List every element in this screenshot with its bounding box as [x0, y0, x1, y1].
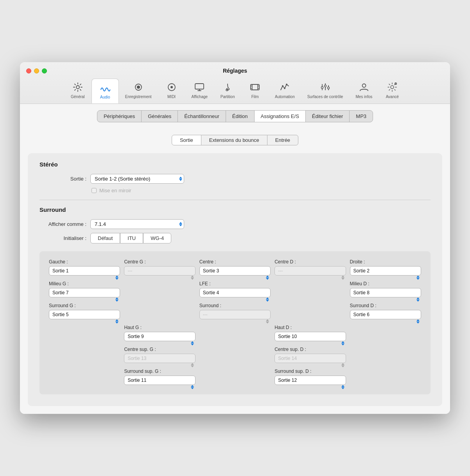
toolbar-item-surfaces[interactable]: Surfaces de contrôle — [301, 79, 350, 104]
surround-arrows — [266, 319, 269, 324]
channel-grid-row2: Milieu G : Sortie 7 — [49, 281, 421, 297]
svg-point-24 — [391, 86, 394, 89]
minimize-button[interactable] — [34, 68, 39, 73]
surround-label: Surround : — [199, 303, 271, 308]
channel-droite: Droite : Sortie 2 — [350, 259, 421, 276]
lfe-select-wrapper: Sortie 4 — [199, 288, 271, 297]
subtab-extensions[interactable]: Extensions du bounce — [201, 135, 267, 145]
surround-g-select[interactable]: Sortie 5 — [49, 310, 120, 319]
channel-centre-sup-g: Centre sup. G : Sortie 13 — [124, 347, 195, 363]
milieu-d-select[interactable]: Sortie 8 — [350, 288, 421, 297]
miroir-checkbox[interactable] — [91, 188, 97, 193]
channel-surround-g: Surround G : Sortie 5 — [49, 303, 120, 319]
channel-grid-row3: Surround G : Sortie 5 — [49, 303, 421, 319]
tab-generales[interactable]: Générales — [142, 111, 178, 122]
channel-milieu-d: Milieu D : Sortie 8 — [350, 281, 421, 297]
channel-grid-row6: Surround sup. G : Sortie 11 — [49, 369, 421, 385]
surround-d-select[interactable]: Sortie 6 — [350, 310, 421, 319]
btn-defaut[interactable]: Défaut — [90, 233, 120, 243]
droite-select[interactable]: Sortie 2 — [350, 266, 421, 276]
toolbar-label-film: Film — [251, 95, 259, 99]
subtab-entree[interactable]: Entrée — [267, 135, 298, 145]
automation-icon — [279, 82, 290, 93]
surround-title: Surround — [39, 206, 431, 213]
centre-d-select[interactable]: --- — [274, 266, 346, 276]
close-button[interactable] — [26, 68, 31, 73]
haut-d-arrows — [341, 341, 344, 345]
audio-icon — [100, 82, 111, 93]
tab-editeur[interactable]: Éditeur fichier — [306, 111, 350, 122]
channel-gauche: Gauche : Sortie 1 — [49, 259, 120, 276]
tab-echantillonneur[interactable]: Échantillonneur — [178, 111, 226, 122]
centre-d-label: Centre D : — [274, 259, 346, 265]
channel-surround: Surround : --- — [199, 303, 271, 319]
afficher-select[interactable]: 7.1.4 — [90, 219, 184, 229]
tab-edition[interactable]: Édition — [226, 111, 255, 122]
svg-point-20 — [321, 87, 323, 89]
gauche-select[interactable]: Sortie 1 — [49, 266, 120, 276]
centre-sup-d-arrows — [341, 363, 344, 367]
centre-g-select-wrapper: --- — [124, 266, 195, 276]
surround-select[interactable]: --- — [199, 310, 271, 319]
lfe-label: LFE : — [199, 281, 271, 286]
toolbar-item-midi[interactable]: MIDI — [158, 79, 185, 104]
centre-sup-g-label: Centre sup. G : — [124, 347, 195, 352]
toolbar-item-affichage[interactable]: Affichage — [185, 79, 214, 104]
surround-sup-d-select[interactable]: Sortie 12 — [274, 376, 346, 385]
haut-g-select[interactable]: Sortie 9 — [124, 332, 195, 341]
surround-d-select-wrapper: Sortie 6 — [350, 310, 421, 319]
centre-sup-g-select-wrapper: Sortie 13 — [124, 354, 195, 363]
channel-centre-g: Centre G : --- — [124, 259, 195, 276]
haut-d-select[interactable]: Sortie 10 — [274, 332, 346, 341]
toolbar-label-partition: Partition — [221, 95, 235, 99]
surround-sup-d-label: Surround sup. D : — [274, 369, 346, 374]
toolbar-item-enregistrement[interactable]: Enregistrement — [119, 79, 158, 104]
surround-sup-d-select-wrapper: Sortie 12 — [274, 376, 346, 385]
stereo-section: Stéréo Sortie : Sortie 1-2 (Sortie stéré… — [39, 161, 431, 193]
channel-haut-d: Haut D : Sortie 10 — [274, 325, 346, 341]
toolbar-item-partition[interactable]: Partition — [214, 79, 241, 104]
gear-icon — [72, 82, 83, 93]
toolbar-item-avance[interactable]: Avancé — [379, 79, 406, 104]
empty-col-13 — [350, 369, 421, 385]
channel-centre-sup-d: Centre sup. D : Sortie 14 — [274, 347, 346, 363]
lfe-select[interactable]: Sortie 4 — [199, 288, 271, 297]
sortie-select[interactable]: Sortie 1-2 (Sortie stéréo) — [90, 174, 184, 184]
svg-point-0 — [76, 86, 79, 89]
centre-g-label: Centre G : — [124, 259, 195, 265]
centre-sup-d-select-wrapper: Sortie 14 — [274, 354, 346, 363]
tab-assignations[interactable]: Assignations E/S — [255, 111, 306, 122]
surround-sup-g-select[interactable]: Sortie 11 — [124, 376, 195, 385]
person-icon — [359, 82, 370, 93]
gauche-arrows — [115, 276, 118, 280]
channel-centre-d: Centre D : --- — [274, 259, 346, 276]
milieu-g-select[interactable]: Sortie 7 — [49, 288, 120, 297]
sortie-select-wrapper: Sortie 1-2 (Sortie stéréo) — [90, 174, 184, 184]
svg-point-15 — [284, 88, 285, 89]
miroir-label: Mise en miroir — [99, 188, 131, 193]
lfe-arrows — [266, 297, 269, 302]
maximize-button[interactable] — [42, 68, 47, 73]
tab-mp3[interactable]: MP3 — [350, 111, 373, 122]
toolbar-item-mesinfos[interactable]: Mes infos — [349, 79, 379, 104]
centre-d-select-wrapper: --- — [274, 266, 346, 276]
surround-section: Surround Afficher comme : 7.1.4 Ini — [39, 206, 431, 394]
surround-g-arrows — [115, 319, 118, 324]
subtab-sortie[interactable]: Sortie — [172, 135, 201, 145]
centre-select[interactable]: Sortie 3 — [199, 266, 271, 276]
toolbar-label-avance: Avancé — [386, 95, 399, 99]
centre-arrows — [266, 276, 269, 280]
btn-wg4[interactable]: WG-4 — [143, 233, 171, 243]
toolbar-item-audio[interactable]: Audio — [91, 79, 119, 104]
toolbar-item-general[interactable]: Général — [64, 79, 91, 104]
centre-sup-g-select[interactable]: Sortie 13 — [124, 354, 195, 363]
toolbar-item-automation[interactable]: Automation — [269, 79, 301, 104]
tab-peripheriques[interactable]: Périphériques — [97, 111, 142, 122]
centre-sup-d-select[interactable]: Sortie 14 — [274, 354, 346, 363]
toolbar-item-film[interactable]: Film — [241, 79, 269, 104]
btn-itu[interactable]: ITU — [120, 233, 143, 243]
channel-haut-g: Haut G : Sortie 9 — [124, 325, 195, 341]
empty-col-1 — [124, 281, 195, 297]
milieu-g-select-wrapper: Sortie 7 — [49, 288, 120, 297]
centre-g-select[interactable]: --- — [124, 266, 195, 276]
